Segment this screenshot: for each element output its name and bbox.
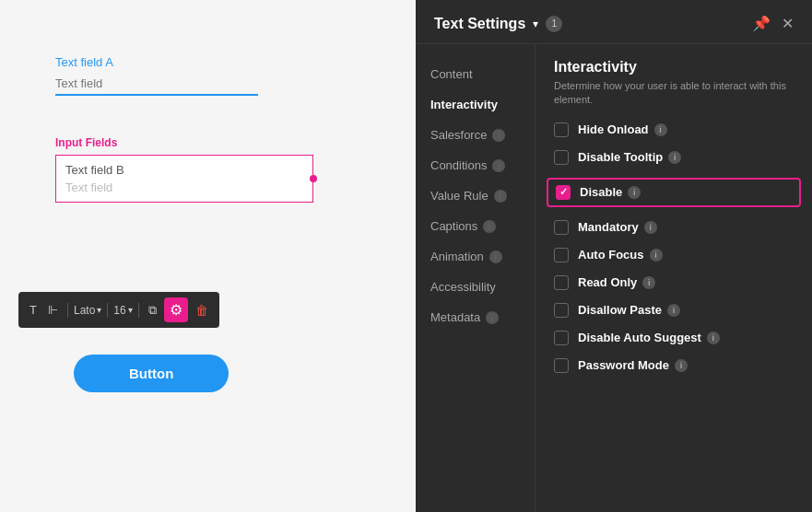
font-selector-group: Lato ▾ (74, 304, 101, 317)
text-field-b-placeholder: Text field (65, 180, 303, 194)
nav-conditions-label: Conditions (430, 158, 487, 172)
nav-animation-label: Animation (430, 250, 484, 263)
toolbar-divider-1 (67, 303, 68, 318)
panel-title: Text Settings (434, 16, 525, 32)
resize-handle[interactable] (310, 175, 317, 182)
auto-focus-info-icon[interactable]: i (650, 249, 663, 262)
nav-captions-label: Captions (430, 219, 477, 233)
panel-body: Content Interactivity Salesforce i Condi… (416, 44, 812, 512)
auto-focus-label: Auto Focus i (578, 248, 663, 262)
read-only-label: Read Only i (578, 275, 655, 289)
nav-metadata-label: Metadata (430, 310, 480, 324)
panel-title-chevron-icon[interactable]: ▾ (533, 17, 538, 30)
disable-tooltip-info-icon[interactable]: i (668, 151, 681, 164)
nav-item-metadata[interactable]: Metadata i (416, 302, 535, 332)
disable-auto-suggest-label: Disable Auto Suggest i (578, 331, 720, 344)
disallow-paste-checkbox[interactable] (554, 303, 569, 318)
disable-label: Disable i (580, 185, 641, 199)
disable-info-icon[interactable]: i (628, 186, 641, 199)
panel-title-group: Text Settings ▾ 1 (434, 16, 562, 32)
checkbox-read-only: Read Only i (554, 275, 794, 290)
nav-item-accessibility[interactable]: Accessibility (416, 272, 535, 302)
mandatory-label: Mandatory i (578, 220, 657, 234)
nav-item-conditions[interactable]: Conditions i (416, 150, 535, 180)
panel-badge: 1 (546, 16, 562, 32)
align-icon[interactable]: ⊩ (44, 301, 62, 319)
panel-nav: Content Interactivity Salesforce i Condi… (416, 44, 535, 512)
metadata-info-icon: i (486, 311, 499, 324)
nav-item-captions[interactable]: Captions i (416, 211, 535, 241)
settings-gear-icon: ⚙ (170, 301, 182, 319)
disable-auto-suggest-info-icon[interactable]: i (707, 332, 720, 344)
nav-accessibility-label: Accessibility (430, 280, 496, 294)
password-mode-info-icon[interactable]: i (675, 359, 688, 372)
text-field-a-input[interactable] (55, 73, 258, 96)
panel-content: Interactivity Determine how your user is… (535, 44, 812, 512)
button-element[interactable]: Button (74, 355, 229, 392)
captions-info-icon: i (483, 220, 496, 233)
nav-salesforce-label: Salesforce (430, 128, 487, 142)
pin-icon[interactable]: 📌 (752, 15, 771, 32)
link-icon[interactable]: ⧉ (145, 301, 160, 320)
checkbox-password-mode: Password Mode i (554, 358, 794, 373)
settings-button[interactable]: ⚙ (164, 297, 188, 322)
value-rule-info-icon: i (494, 190, 507, 203)
read-only-checkbox[interactable] (554, 275, 569, 290)
nav-value-rule-label: Value Rule (430, 189, 488, 203)
interactivity-title: Interactivity (554, 59, 794, 76)
delete-button[interactable]: 🗑 (192, 301, 212, 320)
toolbar-divider-2 (107, 303, 108, 318)
font-name: Lato (74, 304, 95, 317)
toolbar-divider-3 (138, 303, 139, 318)
text-field-b-label: Text field B (65, 163, 303, 177)
checkbox-disallow-paste: Disallow Paste i (554, 303, 794, 318)
close-icon[interactable]: ✕ (782, 15, 794, 32)
nav-item-interactivity[interactable]: Interactivity (416, 89, 535, 120)
nav-item-value-rule[interactable]: Value Rule i (416, 180, 535, 211)
disallow-paste-info-icon[interactable]: i (667, 304, 680, 317)
mandatory-info-icon[interactable]: i (644, 221, 657, 234)
conditions-info-icon: i (492, 159, 505, 172)
nav-interactivity-label: Interactivity (430, 98, 498, 111)
disable-tooltip-checkbox[interactable] (554, 150, 569, 165)
panel-header: Text Settings ▾ 1 📌 ✕ (416, 0, 812, 44)
text-field-a-label: Text field A (55, 55, 258, 69)
text-format-icon[interactable]: T (26, 301, 41, 319)
hide-onload-label: Hide Onload i (578, 122, 667, 136)
hide-onload-info-icon[interactable]: i (654, 123, 667, 136)
nav-item-animation[interactable]: Animation i (416, 241, 535, 272)
settings-panel: Text Settings ▾ 1 📌 ✕ Content Interactiv… (416, 0, 812, 512)
checkbox-hide-onload: Hide Onload i (554, 122, 794, 137)
disable-auto-suggest-checkbox[interactable] (554, 331, 569, 345)
disable-tooltip-label: Disable Tooltip i (578, 150, 681, 164)
checkbox-disable: Disable i (547, 178, 801, 207)
nav-item-salesforce[interactable]: Salesforce i (416, 120, 535, 150)
auto-focus-checkbox[interactable] (554, 248, 569, 262)
nav-content-label: Content (430, 67, 473, 81)
formatting-toolbar: T ⊩ Lato ▾ 16 ▾ ⧉ ⚙ 🗑 (18, 292, 219, 328)
nav-item-content[interactable]: Content (416, 59, 535, 89)
animation-info-icon: i (489, 250, 502, 263)
font-chevron-icon[interactable]: ▾ (97, 305, 101, 315)
password-mode-checkbox[interactable] (554, 358, 569, 373)
hide-onload-checkbox[interactable] (554, 122, 569, 137)
canvas-area: Text field A Input Fields Text field B T… (0, 0, 424, 512)
checkbox-disable-auto-suggest: Disable Auto Suggest i (554, 331, 794, 345)
text-field-a-group: Text field A (55, 55, 258, 118)
checkbox-disable-tooltip: Disable Tooltip i (554, 150, 794, 165)
input-fields-label: Input Fields (55, 136, 313, 149)
panel-header-icons: 📌 ✕ (752, 15, 794, 32)
checkbox-auto-focus: Auto Focus i (554, 248, 794, 262)
salesforce-info-icon: i (492, 129, 505, 142)
disallow-paste-label: Disallow Paste i (578, 303, 680, 317)
mandatory-checkbox[interactable] (554, 220, 569, 235)
size-chevron-icon[interactable]: ▾ (128, 305, 133, 315)
disable-checkbox[interactable] (556, 185, 571, 200)
password-mode-label: Password Mode i (578, 358, 688, 372)
font-size: 16 (113, 304, 125, 317)
font-size-group: 16 ▾ (113, 304, 132, 317)
interactivity-desc: Determine how your user is able to inter… (554, 79, 794, 108)
read-only-info-icon[interactable]: i (642, 276, 655, 289)
input-fields-section: Input Fields Text field B Text field (55, 136, 313, 221)
text-field-b-container: Text field B Text field (55, 155, 313, 203)
